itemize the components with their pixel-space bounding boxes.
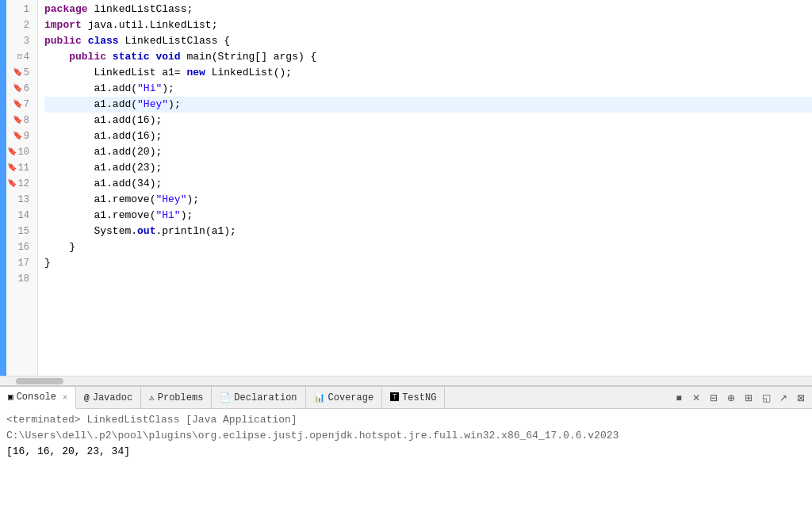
bookmark-icon: 🔖 [13,128,22,144]
tab-problems[interactable]: ⚠Problems [141,387,212,409]
code-line[interactable]: } [44,239,812,255]
line-number: 🔖11 [6,160,33,176]
line-number: 15 [6,224,33,239]
bookmark-icon: 🔖 [13,113,22,128]
line-number: 2 [6,17,33,33]
code-line[interactable] [44,271,812,287]
bookmark-icon: 🔖 [13,97,22,113]
console-output-line: [16, 16, 20, 23, 34] [6,444,806,460]
tab-console[interactable]: ▣Console✕ [0,387,76,409]
line-num: 14 [18,208,29,224]
line-num: 18 [18,271,29,287]
line-num: 4 [24,49,29,65]
console-tab-icon: ▣ [8,392,13,402]
testng-tab-icon: 🆃 [390,392,399,403]
console-output[interactable]: <terminated> LinkedListClass [Java Appli… [0,409,812,516]
bookmark-icon: 🔖 [13,65,22,81]
line-number: 3 [6,33,33,49]
code-line[interactable]: LinkedList a1= new LinkedList(); [44,65,812,81]
console-tab-label: Console [17,392,56,403]
code-line[interactable]: a1.add("Hi"); [44,81,812,97]
console-toolbar-btn-4[interactable]: ⊞ [741,390,756,406]
tab-declaration[interactable]: 📄Declaration [212,387,305,409]
console-toolbar-btn-2[interactable]: ⊟ [706,390,722,406]
line-num: 1 [24,2,29,17]
declaration-tab-icon: 📄 [220,392,231,403]
line-number: 🔖6 [6,81,33,97]
code-line[interactable]: a1.remove("Hi"); [44,208,812,224]
line-number: 18 [6,271,33,287]
code-line[interactable]: package linkedListClass; [44,2,812,17]
code-line[interactable]: public static void main(String[] args) { [44,49,812,65]
line-num: 16 [18,239,29,255]
line-number: 14 [6,208,33,224]
code-line[interactable]: import java.util.LinkedList; [44,17,812,33]
code-container: 123⊟4🔖5🔖6🔖7🔖8🔖9🔖10🔖11🔖12131415161718 pac… [0,0,812,376]
editor-scrollbar[interactable] [0,376,812,385]
line-numbers: 123⊟4🔖5🔖6🔖7🔖8🔖9🔖10🔖11🔖12131415161718 [6,0,38,376]
problems-tab-icon: ⚠ [149,392,155,403]
coverage-tab-icon: 📊 [314,392,325,403]
code-line[interactable]: public class LinkedListClass { [44,33,812,49]
tab-coverage[interactable]: 📊Coverage [306,387,383,409]
code-line[interactable]: a1.remove("Hey"); [44,192,812,208]
tab-javadoc[interactable]: @Javadoc [76,387,141,409]
declaration-tab-label: Declaration [234,392,297,403]
problems-tab-label: Problems [158,392,204,403]
code-line[interactable]: System.out.println(a1); [44,224,812,239]
console-toolbar-btn-7[interactable]: ⊠ [793,390,809,406]
line-number: 17 [6,255,33,271]
line-num: 5 [24,65,29,81]
coverage-tab-label: Coverage [328,392,374,403]
line-num: 13 [18,192,29,208]
testng-tab-label: TestNG [402,392,436,403]
line-num: 6 [24,81,29,97]
line-num: 10 [18,144,29,160]
code-content[interactable]: package linkedListClass;import java.util… [38,0,812,376]
fold-icon[interactable]: ⊟ [17,49,22,65]
line-number: 🔖5 [6,65,33,81]
line-number: 🔖9 [6,128,33,144]
console-toolbar: ■✕⊟⊕⊞◱↗⊠ [671,390,812,406]
code-line[interactable]: a1.add(16); [44,128,812,144]
console-toolbar-btn-0[interactable]: ■ [671,390,687,406]
code-line[interactable]: a1.add("Hey"); [44,97,812,113]
bottom-panel: ▣Console✕@Javadoc⚠Problems📄Declaration📊C… [0,385,812,516]
line-num: 8 [24,113,29,128]
left-accent [0,0,6,376]
console-toolbar-btn-5[interactable]: ◱ [758,390,774,406]
tab-testng[interactable]: 🆃TestNG [382,387,445,409]
javadoc-tab-label: Javadoc [93,392,132,403]
bookmark-icon: 🔖 [7,176,17,192]
tab-bar: ▣Console✕@Javadoc⚠Problems📄Declaration📊C… [0,387,812,409]
line-number: 1 [6,2,33,17]
code-line[interactable]: } [44,255,812,271]
line-num: 17 [18,255,29,271]
bookmark-icon: 🔖 [7,144,17,160]
editor-area: 123⊟4🔖5🔖6🔖7🔖8🔖9🔖10🔖11🔖12131415161718 pac… [0,0,812,385]
bookmark-icon: 🔖 [13,81,22,97]
code-line[interactable]: a1.add(20); [44,144,812,160]
line-number: 🔖10 [6,144,33,160]
javadoc-tab-icon: @ [84,393,90,403]
line-number: 16 [6,239,33,255]
line-number: 13 [6,192,33,208]
line-num: 2 [24,17,29,33]
line-num: 15 [18,224,29,239]
console-toolbar-btn-6[interactable]: ↗ [776,390,791,406]
console-tab-close[interactable]: ✕ [63,392,67,402]
code-line[interactable]: a1.add(23); [44,160,812,176]
scrollbar-thumb[interactable] [16,378,63,384]
line-num: 11 [18,160,29,176]
line-number: 🔖8 [6,113,33,128]
console-toolbar-btn-1[interactable]: ✕ [688,390,704,406]
code-line[interactable]: a1.add(34); [44,176,812,192]
code-line[interactable]: a1.add(16); [44,113,812,128]
line-num: 7 [24,97,29,113]
line-num: 9 [24,128,29,144]
line-number: ⊟4 [6,49,33,65]
line-num: 3 [24,33,29,49]
line-number: 🔖7 [6,97,33,113]
line-number: 🔖12 [6,176,33,192]
console-toolbar-btn-3[interactable]: ⊕ [723,390,739,406]
